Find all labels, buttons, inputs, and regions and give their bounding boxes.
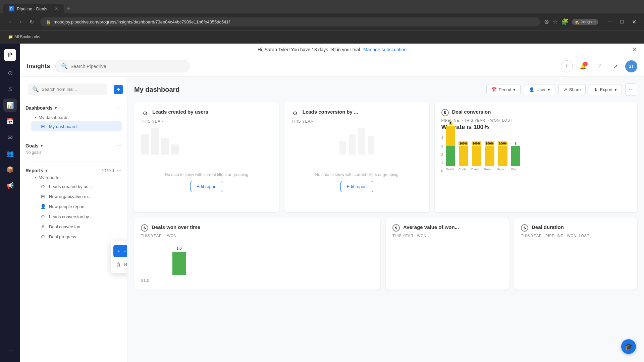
dashboard-area: My dashboard 📅 Period ▾ 👤 User ▾ xyxy=(127,77,644,362)
nav-activity-icon[interactable]: ⊙ xyxy=(3,66,17,80)
forward-button[interactable]: › xyxy=(16,17,25,26)
bookmarks-all-item[interactable]: 📁 All Bookmarks xyxy=(5,33,43,41)
sidebar-item-my-dashboard[interactable]: ⊞ My dashboard xyxy=(31,121,122,131)
reports-title[interactable]: Reports ▾ xyxy=(25,168,47,173)
share-button[interactable]: ↗ Share xyxy=(558,84,586,95)
add-button[interactable]: + xyxy=(561,60,573,72)
sidebar-search-input[interactable] xyxy=(42,87,103,92)
avg-value-card: $ Average value of won... THIS YEAR · WO… xyxy=(386,218,509,290)
nav-contacts-icon[interactable]: 👥 xyxy=(3,147,17,160)
extension-icon[interactable]: 🧩 xyxy=(561,18,569,25)
deals-won-value: 1.0 xyxy=(176,246,181,250)
deals-won-title: Deals won over time xyxy=(152,224,200,230)
reports-info-icon[interactable]: ℹ xyxy=(113,168,114,173)
sidebar-report-deal-conv[interactable]: $ Deal conversion xyxy=(31,222,122,232)
bookmark-star-icon[interactable]: ☆ xyxy=(552,18,558,25)
deal-duration-title: Deal duration xyxy=(532,224,564,230)
share-icon[interactable]: ↗ xyxy=(609,60,621,72)
avg-value-status: WON xyxy=(417,234,426,238)
sidebar-add-button[interactable]: + xyxy=(114,85,123,94)
win-rate-text: Win rate is 100% xyxy=(441,124,631,131)
nav-deals-icon[interactable]: $ xyxy=(3,82,17,96)
user-button[interactable]: 👤 User ▾ xyxy=(524,84,555,95)
new-tab-button[interactable]: + xyxy=(64,4,73,13)
deal-duration-card: $ Deal duration THIS YEAR · PIPELINE · W… xyxy=(514,218,637,290)
nav-insights-icon[interactable]: 📊 xyxy=(3,99,17,112)
help-float-button[interactable]: 🎓 xyxy=(621,339,636,354)
sidebar-search[interactable]: 🔍 xyxy=(28,83,107,95)
add-goal-plus-icon: + xyxy=(117,248,120,254)
x-label-contact: Conta... xyxy=(459,168,468,171)
qualified-bar-y xyxy=(446,126,455,146)
nav-marketing-icon[interactable]: 📢 xyxy=(3,179,17,192)
my-reports-header[interactable]: ▾ My reports xyxy=(31,174,122,181)
nav-more-icon[interactable]: ⋯ xyxy=(3,343,17,357)
dashboard-more-button[interactable]: ⋯ xyxy=(625,83,637,96)
sidebar-report-leads-created[interactable]: ⊙ Leads created by us... xyxy=(31,181,122,191)
nav-products-icon[interactable]: 📦 xyxy=(3,163,17,176)
sidebar-report-leads-conv[interactable]: ⊙ Leads conversion by... xyxy=(31,212,122,222)
report-leads-conv-icon: ⊙ xyxy=(40,214,46,219)
report-deal-prog-icon: ⊙ xyxy=(40,234,46,239)
tab-favicon: P xyxy=(9,6,14,11)
export-chevron-icon: ▾ xyxy=(614,87,617,92)
lock-icon: 🔒 xyxy=(46,19,51,24)
add-goal-button[interactable]: + + Goal xyxy=(113,245,127,257)
deal-conv-title: Deal conversion xyxy=(452,109,491,115)
address-bar[interactable]: 🔒 moodjoy.pipedrive.com/progress/insight… xyxy=(40,17,540,26)
share-label: Share xyxy=(569,87,581,92)
goals-label: Goals xyxy=(25,143,39,148)
leads-created-empty-text: No data to show with current filters or … xyxy=(165,172,248,177)
bottom-cards-row: $ Deals won over time THIS YEAR · WON 1.… xyxy=(134,218,637,290)
sidebar-report-deal-prog[interactable]: ⊙ Deal progress xyxy=(31,232,122,242)
my-dashboards-header[interactable]: ▾ My dashboards xyxy=(31,114,122,121)
avg-value-meta: THIS YEAR · WON xyxy=(392,234,502,238)
leads-conv-subtitle: THIS YEAR xyxy=(291,119,423,124)
report-people-icon: 👤 xyxy=(40,204,46,209)
leads-created-title: Leads created by users xyxy=(152,109,208,115)
reload-button[interactable]: ↻ xyxy=(27,17,36,26)
logo-letter: P xyxy=(8,52,12,59)
reports-chevron-icon: ▾ xyxy=(45,168,47,173)
user-avatar[interactable]: ST xyxy=(625,60,637,72)
export-button[interactable]: ⬇ Export ▾ xyxy=(589,84,622,95)
notification-close-button[interactable]: ✕ xyxy=(632,46,637,53)
bar-2 xyxy=(151,128,159,155)
goals-more-icon[interactable]: ⋯ xyxy=(116,142,122,149)
dashboard-actions: 📅 Period ▾ 👤 User ▾ ↗ Share xyxy=(486,83,637,96)
close-tab-button[interactable]: ✕ xyxy=(55,6,58,11)
close-window-button[interactable]: ✕ xyxy=(629,17,639,26)
maximize-button[interactable]: □ xyxy=(617,17,627,26)
active-tab[interactable]: P Pipeline - Deals ✕ xyxy=(3,4,64,13)
minimize-button[interactable]: ─ xyxy=(605,17,614,26)
help-icon[interactable]: ? xyxy=(593,60,605,72)
search-bar[interactable]: 🔍 xyxy=(55,60,190,72)
reports-more-icon[interactable]: ⋯ xyxy=(116,167,122,174)
dashboards-more-icon[interactable]: ⋯ xyxy=(116,105,122,111)
left-sidebar: 🔍 + Dashboards ▾ ⋯ xyxy=(20,77,127,362)
user-icon: 👤 xyxy=(529,87,534,92)
sidebar-report-new-org[interactable]: ⊞ New organization re... xyxy=(31,191,122,201)
bulk-delete-goals-button[interactable]: 🗑 Bulk delete goals xyxy=(111,258,127,270)
sidebar-report-new-people[interactable]: 👤 New people report xyxy=(31,201,122,212)
deal-conv-meta-year: THIS YEAR xyxy=(462,118,485,122)
app: P ⊙ $ 📊 📅 ✉ 👥 📦 📢 ⋯ Hi, Sarah Tyler! You… xyxy=(0,44,644,362)
leads-created-edit-button[interactable]: Edit report xyxy=(190,181,223,192)
goals-title[interactable]: Goals ▾ xyxy=(25,143,43,148)
goals-header: Goals ▾ ⋯ xyxy=(25,142,122,149)
notif-badge: 9 xyxy=(583,62,588,66)
bulk-delete-label: Bulk delete goals xyxy=(124,262,127,267)
x-label-won: Won xyxy=(509,168,519,171)
back-button[interactable]: ‹ xyxy=(5,17,15,26)
leads-conv-icon: ⊙ xyxy=(291,109,299,117)
nav-mail-icon[interactable]: ✉ xyxy=(3,131,17,144)
dashboards-title[interactable]: Dashboards ▾ xyxy=(25,105,57,111)
manage-subscription-link[interactable]: Manage subscription xyxy=(363,47,407,52)
nav-activities-icon[interactable]: 📅 xyxy=(3,115,17,128)
period-button[interactable]: 📅 Period ▾ xyxy=(486,84,521,95)
report-leads-conv-label: Leads conversion by... xyxy=(49,214,92,219)
leads-conv-edit-button[interactable]: Edit report xyxy=(340,181,373,192)
notifications-icon[interactable]: 🔔 9 xyxy=(577,60,589,72)
search-input[interactable] xyxy=(70,64,184,69)
browser-actions: ⊗ ☆ 🧩 🕵 Incognito ─ □ ✕ xyxy=(544,17,639,26)
